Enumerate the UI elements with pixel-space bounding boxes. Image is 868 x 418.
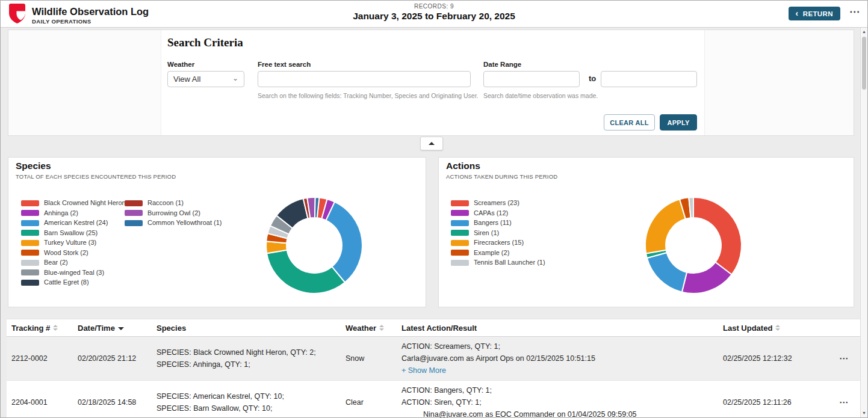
search-criteria-title: Search Criteria bbox=[167, 36, 243, 49]
juvare-shield-logo-icon bbox=[9, 4, 25, 26]
legend-label: CAPAs (12) bbox=[474, 210, 508, 217]
legend-swatch bbox=[125, 220, 143, 226]
legend-swatch bbox=[451, 240, 469, 246]
weather-label: Weather bbox=[167, 61, 194, 68]
legend-swatch bbox=[21, 240, 39, 246]
date-from-input[interactable] bbox=[483, 71, 580, 87]
legend-item: Bangers (11) bbox=[451, 220, 554, 226]
legend-label: Bangers (11) bbox=[474, 220, 512, 226]
weather-select[interactable]: View All ⌄ bbox=[167, 71, 244, 87]
legend-item: Wood Stork (2) bbox=[21, 250, 125, 256]
date-range-label: Date Range bbox=[483, 61, 521, 68]
donut-slice[interactable] bbox=[645, 199, 686, 253]
column-header[interactable]: Tracking # bbox=[7, 319, 73, 336]
legend-swatch bbox=[451, 260, 469, 266]
legend-label: Firecrackers (15) bbox=[474, 239, 524, 246]
cell-last-updated: 02/25/2025 12:12:32 bbox=[718, 337, 826, 380]
wildlife-observation-log-app: Wildlife Observation Log DAILY OPERATION… bbox=[0, 0, 868, 418]
legend-item: CAPAs (12) bbox=[451, 210, 554, 217]
legend-swatch bbox=[451, 210, 469, 216]
legend-swatch bbox=[21, 210, 39, 216]
legend-label: Burrowing Owl (2) bbox=[147, 210, 200, 217]
legend-swatch bbox=[21, 230, 39, 236]
legend-item: Turkey Vulture (3) bbox=[21, 239, 125, 246]
legend-swatch bbox=[21, 269, 39, 275]
legend-swatch bbox=[125, 200, 143, 206]
legend-label: Raccoon (1) bbox=[147, 200, 184, 206]
clear-all-button[interactable]: CLEAR ALL bbox=[604, 114, 655, 131]
actions-donut-chart bbox=[639, 191, 748, 300]
legend-swatch bbox=[451, 250, 469, 256]
cell-weather: Clear bbox=[341, 381, 397, 418]
table-row[interactable]: 2212-000202/20/2025 21:12SPECIES: Black … bbox=[7, 337, 861, 381]
cell-latest-action: ACTION: Bangers, QTY: 1;ACTION: Siren, Q… bbox=[397, 381, 718, 418]
date-range-help: Search date/time observation was made. bbox=[483, 92, 598, 99]
records-count: RECORDS: 9 bbox=[181, 3, 687, 10]
legend-label: Anhinga (2) bbox=[44, 210, 78, 217]
legend-swatch bbox=[21, 260, 39, 266]
legend-label: Cattle Egret (8) bbox=[44, 279, 89, 286]
return-button[interactable]: ‹ RETURN bbox=[789, 7, 840, 20]
legend-label: Screamers (23) bbox=[474, 200, 519, 206]
legend-swatch bbox=[21, 200, 39, 206]
column-header[interactable]: Last Updated bbox=[718, 319, 826, 336]
legend-swatch bbox=[451, 230, 469, 236]
legend-item: Common Yellowthroat (1) bbox=[125, 220, 222, 226]
page-subtitle: DAILY OPERATIONS bbox=[32, 18, 149, 25]
cell-latest-action: ACTION: Screamers, QTY: 1;Carla@juvare.c… bbox=[397, 337, 718, 380]
sort-desc-icon bbox=[118, 327, 124, 330]
donut-slice[interactable] bbox=[647, 253, 687, 292]
species-panel-subtitle: TOTAL OF EACH SPECIES ENCOUNTERED THIS P… bbox=[16, 173, 176, 180]
legend-label: Tennis Ball Launcher (1) bbox=[474, 259, 545, 266]
legend-swatch bbox=[451, 200, 469, 206]
species-panel-title: Species bbox=[16, 161, 51, 171]
actions-panel-title: Actions bbox=[446, 161, 480, 171]
legend-item: American Kestrel (24) bbox=[21, 220, 125, 226]
chevron-up-icon bbox=[429, 142, 435, 145]
cell-species: SPECIES: Black Crowned Night Heron, QTY:… bbox=[152, 337, 341, 380]
chevron-down-icon: ⌄ bbox=[232, 74, 238, 82]
scroll-down-icon[interactable]: ▼ bbox=[861, 410, 867, 417]
legend-label: Example (2) bbox=[474, 250, 509, 256]
row-menu-icon[interactable]: ⋯ bbox=[826, 337, 861, 380]
table-row[interactable]: 2204-000102/18/2025 14:58SPECIES: Americ… bbox=[7, 381, 861, 418]
legend-swatch bbox=[451, 220, 469, 226]
sort-icon bbox=[379, 325, 384, 331]
legend-label: Black Crowned Night Heron (2) bbox=[44, 200, 135, 206]
vertical-scrollbar[interactable]: ▲ ▼ bbox=[860, 28, 867, 417]
free-text-input[interactable] bbox=[258, 71, 471, 87]
sort-icon bbox=[53, 325, 58, 331]
cell-tracking-number: 2212-0002 bbox=[7, 337, 73, 380]
donut-slice[interactable] bbox=[267, 250, 345, 294]
legend-item: Burrowing Owl (2) bbox=[125, 210, 222, 217]
legend-swatch bbox=[21, 250, 39, 256]
more-options-icon[interactable]: ⋯ bbox=[849, 5, 860, 18]
legend-label: Wood Stork (2) bbox=[44, 250, 88, 256]
cell-datetime: 02/20/2025 21:12 bbox=[73, 337, 152, 380]
legend-swatch bbox=[21, 220, 39, 226]
cell-species: SPECIES: American Kestrel, QTY: 10;SPECI… bbox=[152, 381, 341, 418]
free-text-help: Search on the following fields: Tracking… bbox=[258, 92, 479, 99]
column-header[interactable]: Weather bbox=[341, 319, 397, 336]
scroll-up-icon[interactable]: ▲ bbox=[861, 28, 867, 35]
show-more-link[interactable]: + Show More bbox=[401, 364, 713, 377]
actions-legend: Screamers (23)CAPAs (12)Bangers (11)Sire… bbox=[451, 200, 554, 269]
column-header[interactable]: Date/Time bbox=[73, 319, 152, 336]
legend-label: Barn Swallow (25) bbox=[44, 230, 98, 236]
column-header: Latest Action/Result bbox=[397, 319, 718, 336]
collapse-search-button[interactable] bbox=[420, 137, 443, 150]
cell-tracking-number: 2204-0001 bbox=[7, 381, 73, 418]
observations-table: Tracking #Date/TimeSpeciesWeatherLatest … bbox=[7, 319, 861, 418]
donut-slice[interactable] bbox=[693, 197, 742, 275]
date-range-separator: to bbox=[589, 74, 596, 83]
legend-item: Screamers (23) bbox=[451, 200, 554, 206]
date-to-input[interactable] bbox=[601, 71, 697, 87]
scrollbar-thumb[interactable] bbox=[862, 37, 866, 90]
apply-button[interactable]: APPLY bbox=[660, 114, 697, 131]
cell-datetime: 02/18/2025 14:58 bbox=[73, 381, 152, 418]
cell-last-updated: 02/25/2025 12:11:26 bbox=[718, 381, 826, 418]
row-menu-icon[interactable]: ⋯ bbox=[826, 381, 861, 418]
legend-swatch bbox=[125, 210, 143, 216]
sort-icon bbox=[775, 325, 780, 331]
legend-item: Example (2) bbox=[451, 250, 554, 256]
